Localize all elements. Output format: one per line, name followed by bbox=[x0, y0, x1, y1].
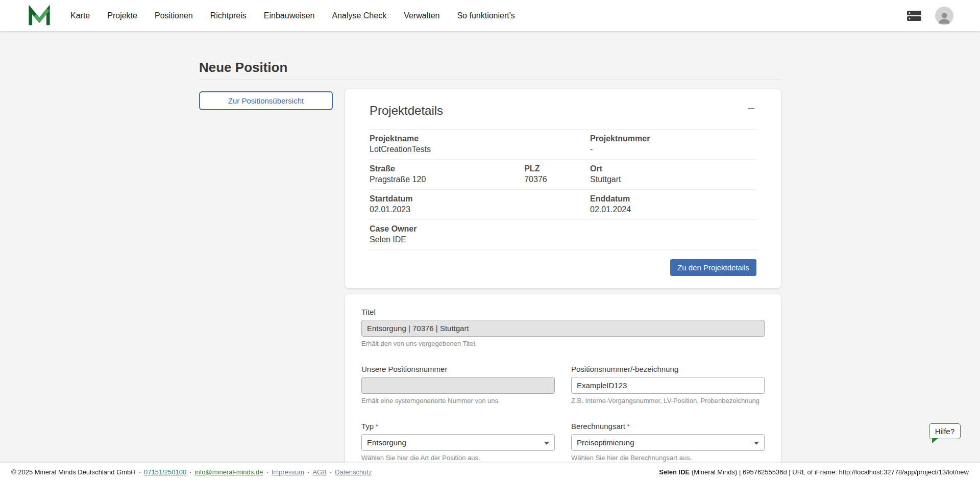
typ-select[interactable]: Entsorgung bbox=[361, 434, 555, 451]
chevron-down-icon bbox=[754, 442, 759, 445]
collapse-button[interactable]: – bbox=[746, 104, 756, 113]
chevron-down-icon bbox=[544, 442, 549, 445]
page-title: Neue Position bbox=[199, 60, 781, 75]
case-owner-label: Case Owner bbox=[370, 224, 524, 234]
nav-item-positionen[interactable]: Positionen bbox=[155, 11, 193, 20]
new-position-form-card: Titel Erhält den von uns vorgegebenen Ti… bbox=[345, 294, 781, 481]
footer-copyright: © 2025 Mineral Minds Deutschland GmbH bbox=[11, 468, 136, 476]
enddatum-label: Enddatum bbox=[590, 194, 756, 204]
main-nav: Karte Projekte Positionen Richtpreis Ein… bbox=[70, 11, 515, 20]
footer-separator: · bbox=[189, 468, 191, 476]
required-asterisk: * bbox=[375, 422, 378, 431]
footer-separator: · bbox=[330, 468, 332, 476]
table-row: Startdatum 02.01.2023 Enddatum 02.01.202… bbox=[370, 190, 756, 220]
mineral-minds-logo-icon[interactable] bbox=[28, 4, 51, 28]
ort-value: Stuttgart bbox=[590, 175, 756, 184]
footer-session-details: (Mineral Minds) | 69576255536d | URL of … bbox=[690, 468, 969, 476]
unsere-positionsnummer-label: Unsere Positionsnummer bbox=[361, 365, 555, 373]
table-row: Straße Pragstraße 120 PLZ 70376 Ort Stut… bbox=[370, 160, 756, 190]
strasse-label: Straße bbox=[370, 164, 524, 173]
berechnungsart-select[interactable]: Preisoptimierung bbox=[571, 434, 765, 451]
footer-phone-link[interactable]: 07151/250100 bbox=[144, 468, 186, 476]
page-header: Neue Position bbox=[199, 60, 781, 80]
project-details-card: Projektdetails – Projektname LotCreation… bbox=[345, 89, 781, 288]
nav-item-projekte[interactable]: Projekte bbox=[107, 11, 137, 20]
plz-label: PLZ bbox=[524, 164, 590, 173]
typ-field: Typ* Entsorgung Wählen Sie hier die Art … bbox=[361, 422, 555, 462]
projektnummer-value: - bbox=[590, 145, 756, 154]
main-content: Neue Position Zur Positionsübersicht Pro… bbox=[199, 31, 781, 481]
unsere-positionsnummer-input[interactable] bbox=[361, 377, 555, 394]
ort-label: Ort bbox=[590, 164, 756, 173]
berechnungsart-field: Berechnungsart* Preisoptimierung Wählen … bbox=[571, 422, 765, 462]
plz-value: 70376 bbox=[524, 175, 590, 184]
nav-item-richtpreis[interactable]: Richtpreis bbox=[210, 11, 247, 20]
help-button[interactable]: Hilfe? bbox=[929, 423, 961, 439]
projektnummer-label: Projektnummer bbox=[590, 134, 756, 143]
positionsnummer-input[interactable] bbox=[571, 377, 765, 394]
footer: © 2025 Mineral Minds Deutschland GmbH · … bbox=[0, 463, 980, 481]
nav-item-verwalten[interactable]: Verwalten bbox=[404, 11, 439, 20]
startdatum-value: 02.01.2023 bbox=[370, 205, 524, 214]
titel-label: Titel bbox=[361, 308, 765, 316]
footer-separator: · bbox=[307, 468, 309, 476]
positionsnummer-label: Positionsnummer/-bezeichnung bbox=[571, 365, 765, 373]
berechnungsart-help-text: Wählen Sie hier die Berechnungsart aus. bbox=[571, 454, 765, 462]
left-column: Zur Positionsübersicht bbox=[199, 91, 333, 110]
positionsnummer-help-text: Z.B. Interne-Vorgangsnummer, LV-Position… bbox=[571, 397, 765, 404]
footer-datenschutz-link[interactable]: Datenschutz bbox=[335, 468, 372, 476]
typ-selected-value: Entsorgung bbox=[367, 438, 406, 447]
footer-separator: · bbox=[139, 468, 141, 476]
footer-user-name: Selen IDE bbox=[659, 468, 690, 476]
nav-item-karte[interactable]: Karte bbox=[70, 11, 90, 20]
table-row: Projektname LotCreationTests Projektnumm… bbox=[370, 130, 756, 160]
footer-session-info: Selen IDE (Mineral Minds) | 69576255536d… bbox=[659, 468, 969, 476]
project-details-title: Projektdetails bbox=[370, 104, 443, 118]
navbar-right bbox=[906, 7, 953, 25]
startdatum-label: Startdatum bbox=[370, 194, 524, 204]
titel-help-text: Erhält den von uns vorgegebenen Titel. bbox=[361, 340, 765, 347]
enddatum-value: 02.01.2024 bbox=[590, 205, 756, 214]
required-asterisk: * bbox=[627, 422, 630, 431]
typ-label: Typ* bbox=[361, 422, 555, 431]
projektname-label: Projektname bbox=[370, 134, 524, 143]
unsere-positionsnummer-field: Unsere Positionsnummer Erhält eine syste… bbox=[361, 365, 555, 404]
positionsnummer-field: Positionsnummer/-bezeichnung Z.B. Intern… bbox=[571, 365, 765, 404]
table-row: Case Owner Selen IDE bbox=[370, 220, 756, 250]
berechnungsart-selected-value: Preisoptimierung bbox=[577, 438, 634, 447]
footer-impressum-link[interactable]: Impressum bbox=[272, 468, 304, 476]
server-icon[interactable] bbox=[906, 10, 922, 21]
go-to-project-details-button[interactable]: Zu den Projektdetails bbox=[670, 259, 756, 276]
back-to-positions-button[interactable]: Zur Positionsübersicht bbox=[199, 91, 333, 110]
strasse-value: Pragstraße 120 bbox=[370, 175, 524, 184]
titel-input[interactable] bbox=[361, 320, 765, 337]
project-details-table: Projektname LotCreationTests Projektnumm… bbox=[370, 129, 756, 250]
footer-agb-link[interactable]: AGB bbox=[312, 468, 326, 476]
berechnungsart-label: Berechnungsart* bbox=[571, 422, 765, 431]
nav-item-so-funktionierts[interactable]: So funktioniert's bbox=[457, 11, 514, 20]
top-navbar: Karte Projekte Positionen Richtpreis Ein… bbox=[0, 0, 980, 31]
case-owner-value: Selen IDE bbox=[370, 235, 524, 244]
footer-email-link[interactable]: info@mineral-minds.de bbox=[195, 468, 263, 476]
nav-item-analyse-check[interactable]: Analyse Check bbox=[332, 11, 386, 20]
projektname-value: LotCreationTests bbox=[370, 145, 524, 154]
user-avatar[interactable] bbox=[935, 7, 953, 25]
right-column: Projektdetails – Projektname LotCreation… bbox=[345, 91, 781, 481]
nav-item-einbauweisen[interactable]: Einbauweisen bbox=[264, 11, 315, 20]
footer-left: © 2025 Mineral Minds Deutschland GmbH · … bbox=[11, 468, 372, 476]
typ-help-text: Wählen Sie hier die Art der Position aus… bbox=[361, 454, 555, 462]
unsere-positionsnummer-help-text: Erhält eine systemgenerierte Nummer von … bbox=[361, 397, 555, 404]
footer-separator: · bbox=[266, 468, 268, 476]
